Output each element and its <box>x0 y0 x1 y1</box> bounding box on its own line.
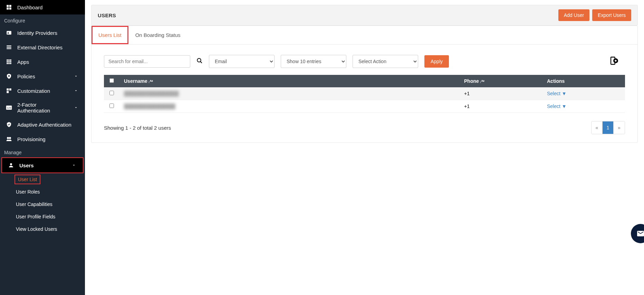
svg-rect-3 <box>9 8 11 10</box>
apply-button[interactable]: Apply <box>424 55 449 68</box>
svg-rect-14 <box>8 61 10 62</box>
svg-line-29 <box>200 61 202 63</box>
add-to-device-icon[interactable] <box>608 56 618 67</box>
sidebar-item-dashboard[interactable]: Dashboard <box>0 0 85 14</box>
submenu-item-user-capabilities[interactable]: User Capabilities <box>15 198 85 210</box>
svg-rect-15 <box>10 61 11 62</box>
sidebar-item-customization[interactable]: Customization <box>0 83 85 98</box>
tab-users-list[interactable]: Users List <box>92 26 128 44</box>
sidebar-item-adaptive-auth[interactable]: Adaptive Authentication <box>0 117 85 132</box>
svg-rect-17 <box>8 63 10 64</box>
svg-rect-2 <box>7 8 9 10</box>
dashboard-icon <box>6 4 12 11</box>
svg-rect-18 <box>10 63 11 64</box>
add-user-button[interactable]: Add User <box>558 9 589 21</box>
tabs: Users List On Boarding Status <box>92 26 637 45</box>
svg-point-28 <box>197 58 201 62</box>
sidebar-label: Customization <box>17 88 50 94</box>
main-content: USERS Add User Export Users Users List O… <box>85 0 644 295</box>
svg-rect-4 <box>7 31 11 35</box>
svg-rect-0 <box>7 5 9 7</box>
controls-row: Email Show 10 entries Select Action Appl… <box>92 45 637 75</box>
floating-action-button[interactable] <box>631 224 644 243</box>
svg-rect-12 <box>10 59 11 61</box>
phone-cell: +1 <box>459 87 542 100</box>
sidebar-label: Identity Providers <box>17 30 57 36</box>
sort-icon: ↓ᴬᶻ <box>480 79 485 83</box>
col-username[interactable]: Username↓ᴬᶻ <box>119 75 459 87</box>
caret-down-icon: ▼ <box>562 104 567 109</box>
sidebar-item-policies[interactable]: Policies <box>0 69 85 83</box>
col-phone[interactable]: Phone↓ᴬᶻ <box>459 75 542 87</box>
sort-icon: ↓ᴬᶻ <box>148 79 153 83</box>
users-icon <box>6 136 12 142</box>
chevron-down-icon <box>70 162 77 169</box>
svg-rect-8 <box>7 47 11 48</box>
chevron-down-icon <box>73 87 79 94</box>
svg-point-26 <box>9 137 11 139</box>
svg-text:123: 123 <box>7 106 11 109</box>
sidebar-item-apps[interactable]: Apps <box>0 55 85 69</box>
caret-down-icon: ▼ <box>562 91 567 96</box>
chevron-down-icon <box>73 73 79 80</box>
page-header: USERS Add User Export Users <box>91 5 638 26</box>
pagination: « 1 » <box>591 121 625 134</box>
tab-on-boarding-status[interactable]: On Boarding Status <box>128 26 188 44</box>
sidebar-item-users[interactable]: Users <box>1 157 84 173</box>
username-cell: ███████████████ <box>124 104 175 109</box>
users-submenu: User List User Roles User Capabilities U… <box>0 173 85 235</box>
row-action-select[interactable]: Select ▼ <box>547 104 567 109</box>
sidebar-item-provisioning[interactable]: Provisioning <box>0 132 85 146</box>
email-select[interactable]: Email <box>209 55 275 68</box>
svg-rect-10 <box>7 59 8 61</box>
sidebar-item-external-directories[interactable]: External Directories <box>0 40 85 55</box>
svg-point-27 <box>10 163 12 165</box>
search-icon[interactable] <box>196 58 203 66</box>
svg-rect-6 <box>8 33 9 34</box>
content-card: Users List On Boarding Status Email Show… <box>91 26 638 143</box>
row-action-select[interactable]: Select ▼ <box>547 91 567 96</box>
svg-rect-13 <box>7 61 8 62</box>
submenu-item-user-list[interactable]: User List <box>15 175 40 184</box>
table-footer: Showing 1 - 2 of total 2 users « 1 » <box>92 113 637 142</box>
sidebar-label: 2-Factor Authentication <box>17 102 68 114</box>
submenu-item-user-roles[interactable]: User Roles <box>15 186 85 198</box>
search-input[interactable] <box>104 55 190 68</box>
username-cell: ████████████████ <box>124 91 179 96</box>
list-icon <box>6 44 12 51</box>
apps-icon <box>6 58 12 65</box>
svg-rect-22 <box>7 91 9 93</box>
sidebar-label: Adaptive Authentication <box>17 122 71 128</box>
section-configure: Configure <box>0 14 85 26</box>
sidebar-label: Apps <box>17 59 29 65</box>
phone-cell: +1 <box>459 100 542 113</box>
select-all-checkbox[interactable] <box>109 78 114 83</box>
svg-point-25 <box>7 137 9 139</box>
page-next[interactable]: » <box>614 121 625 134</box>
sidebar-label: Policies <box>17 73 35 79</box>
row-checkbox[interactable] <box>109 104 114 108</box>
svg-rect-20 <box>7 88 9 90</box>
export-users-button[interactable]: Export Users <box>592 9 631 21</box>
submenu-item-view-locked-users[interactable]: View Locked Users <box>15 223 85 235</box>
code-icon: 123 <box>6 104 12 111</box>
puzzle-icon <box>6 87 12 94</box>
submenu-item-user-profile-fields[interactable]: User Profile Fields <box>15 210 85 223</box>
page-1[interactable]: 1 <box>603 121 614 134</box>
sidebar-label: Users <box>19 163 34 168</box>
action-select[interactable]: Select Action <box>353 55 418 68</box>
svg-rect-16 <box>7 63 8 64</box>
users-table: Username↓ᴬᶻ Phone↓ᴬᶻ Actions ███████████… <box>104 75 625 113</box>
table-row: ███████████████ +1 Select ▼ <box>104 100 625 113</box>
row-checkbox[interactable] <box>109 91 114 95</box>
sidebar: Dashboard Configure Identity Providers E… <box>0 0 85 295</box>
col-actions: Actions <box>542 75 625 87</box>
svg-rect-21 <box>9 88 11 90</box>
sidebar-item-2fa[interactable]: 123 2-Factor Authentication <box>0 98 85 117</box>
page-prev[interactable]: « <box>592 121 603 134</box>
entries-select[interactable]: Show 10 entries <box>281 55 346 68</box>
sidebar-item-identity-providers[interactable]: Identity Providers <box>0 26 85 40</box>
id-card-icon <box>6 29 12 36</box>
shield-icon <box>6 73 12 80</box>
svg-rect-11 <box>8 59 10 61</box>
